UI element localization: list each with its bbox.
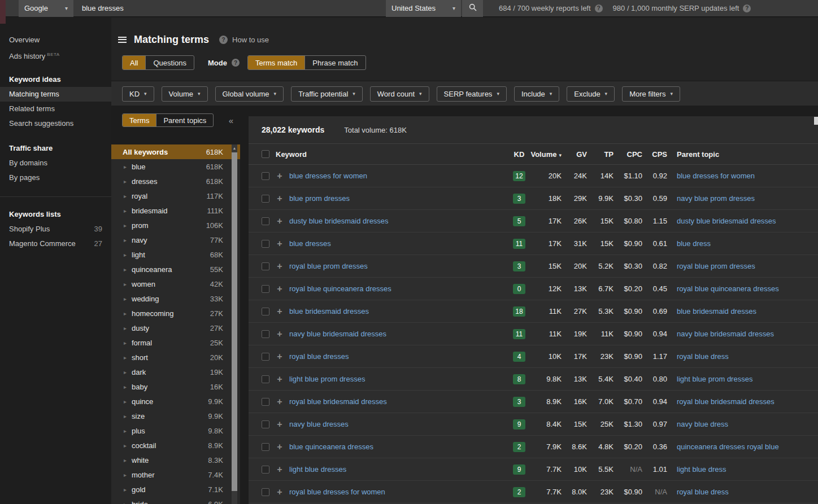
add-to-list-icon[interactable]: + — [276, 398, 284, 406]
tab-phrase-match[interactable]: Phrase match — [304, 56, 365, 69]
facet-term-item[interactable]: ▸ navy 77K — [111, 233, 240, 247]
add-to-list-icon[interactable]: + — [276, 172, 284, 180]
sidebar-item-keyword-list[interactable]: Shopify Plus 39 — [0, 222, 111, 236]
select-all-checkbox[interactable] — [262, 150, 269, 158]
add-to-list-icon[interactable]: + — [276, 375, 284, 383]
expand-caret-icon[interactable]: ▸ — [124, 413, 129, 419]
keyword-search-input[interactable] — [73, 0, 384, 17]
keyword-link[interactable]: royal blue dresses — [289, 352, 509, 361]
sidebar-item-search-suggestions[interactable]: Search suggestions — [0, 116, 111, 131]
parent-topic-link[interactable]: light blue dress — [677, 465, 726, 474]
help-icon[interactable]: ? — [595, 5, 603, 12]
row-checkbox[interactable] — [262, 172, 269, 180]
sidebar-item-by-domains[interactable]: By domains — [0, 156, 111, 170]
tab-terms-match[interactable]: Terms match — [248, 56, 304, 69]
facet-all-keywords[interactable]: All keywords 618K — [111, 144, 240, 159]
expand-caret-icon[interactable]: ▸ — [124, 252, 129, 258]
row-checkbox[interactable] — [262, 330, 269, 338]
scrollbar-thumb[interactable] — [232, 152, 237, 491]
facet-term-item[interactable]: ▸ white 8.3K — [111, 453, 240, 467]
parent-topic-link[interactable]: royal blue dress — [677, 488, 729, 496]
search-engine-select[interactable]: Google ▾ — [19, 0, 73, 17]
add-to-list-icon[interactable]: + — [276, 330, 284, 338]
country-select[interactable]: United States ▾ — [386, 0, 461, 17]
sidebar-item-overview[interactable]: Overview — [0, 33, 111, 47]
keyword-link[interactable]: blue quinceanera dresses — [289, 442, 509, 451]
keyword-link[interactable]: royal blue dresses for women — [289, 488, 509, 496]
collapse-panel-icon[interactable]: « — [229, 116, 233, 125]
facet-term-item[interactable]: ▸ short 20K — [111, 350, 240, 365]
facet-term-item[interactable]: ▸ formal 25K — [111, 335, 240, 350]
keyword-link[interactable]: blue bridesmaid dresses — [289, 307, 509, 315]
filter-button[interactable]: More filters ▾ — [622, 86, 680, 102]
sidebar-item-related-terms[interactable]: Related terms — [0, 102, 111, 116]
tab-parent-topics[interactable]: Parent topics — [156, 114, 213, 126]
facet-term-item[interactable]: ▸ bride 6.9K — [111, 497, 240, 504]
sidebar-item-ads-history[interactable]: Ads historyBETA — [0, 47, 111, 62]
facet-term-item[interactable]: ▸ wedding 33K — [111, 291, 240, 306]
row-checkbox[interactable] — [262, 217, 269, 225]
expand-caret-icon[interactable]: ▸ — [124, 369, 129, 375]
row-checkbox[interactable] — [262, 240, 269, 248]
sidebar-item-matching-terms[interactable]: Matching terms — [0, 87, 111, 102]
keyword-link[interactable]: navy blue bridesmaid dresses — [289, 330, 509, 338]
row-checkbox[interactable] — [262, 420, 269, 428]
expand-caret-icon[interactable]: ▸ — [124, 354, 129, 361]
expand-caret-icon[interactable]: ▸ — [124, 501, 129, 504]
row-checkbox[interactable] — [262, 466, 269, 474]
expand-caret-icon[interactable]: ▸ — [124, 384, 129, 390]
filter-button[interactable]: Traffic potential ▾ — [291, 86, 363, 102]
add-to-list-icon[interactable]: + — [276, 443, 284, 451]
facet-term-item[interactable]: ▸ plus 9.8K — [111, 423, 240, 438]
add-to-list-icon[interactable]: + — [276, 308, 284, 315]
expand-caret-icon[interactable]: ▸ — [124, 266, 129, 273]
facet-term-item[interactable]: ▸ size 9.9K — [111, 409, 240, 423]
add-to-list-icon[interactable]: + — [276, 466, 284, 474]
filter-button[interactable]: Exclude ▾ — [567, 86, 615, 102]
keyword-link[interactable]: royal blue prom dresses — [289, 262, 509, 270]
how-to-use-link[interactable]: ? How to use — [219, 36, 269, 44]
keyword-link[interactable]: navy blue dresses — [289, 420, 509, 428]
col-keyword[interactable]: Keyword — [276, 150, 509, 159]
facet-term-item[interactable]: ▸ homecoming 27K — [111, 306, 240, 321]
facet-term-item[interactable]: ▸ dusty 27K — [111, 321, 240, 335]
help-icon[interactable]: ? — [743, 5, 751, 12]
expand-caret-icon[interactable]: ▸ — [124, 296, 129, 302]
add-to-list-icon[interactable]: + — [276, 195, 284, 203]
row-checkbox[interactable] — [262, 195, 269, 203]
filter-button[interactable]: SERP features ▾ — [437, 86, 507, 102]
filter-button[interactable]: Global volume ▾ — [215, 86, 284, 102]
col-cps[interactable]: CPS — [642, 150, 667, 159]
add-to-list-icon[interactable]: + — [276, 217, 284, 225]
row-checkbox[interactable] — [262, 375, 269, 383]
expand-caret-icon[interactable]: ▸ — [124, 310, 129, 317]
facet-term-item[interactable]: ▸ quince 9.9K — [111, 394, 240, 409]
row-checkbox[interactable] — [262, 398, 269, 406]
expand-caret-icon[interactable]: ▸ — [124, 208, 129, 214]
page-scrollbar-thumb[interactable] — [814, 117, 818, 125]
keyword-link[interactable]: blue prom dresses — [289, 194, 509, 203]
parent-topic-link[interactable]: navy blue dress — [677, 420, 728, 428]
help-icon[interactable]: ? — [232, 59, 240, 67]
col-gv[interactable]: GV — [562, 150, 587, 159]
parent-topic-link[interactable]: navy blue prom dresses — [677, 194, 755, 203]
menu-icon[interactable] — [118, 37, 127, 43]
expand-caret-icon[interactable]: ▸ — [124, 398, 129, 405]
filter-button[interactable]: Word count ▾ — [370, 86, 429, 102]
col-kd[interactable]: KD — [509, 150, 529, 159]
parent-topic-link[interactable]: blue bridesmaid dresses — [677, 307, 756, 315]
facet-term-item[interactable]: ▸ women 42K — [111, 277, 240, 291]
parent-topic-link[interactable]: navy blue bridesmaid dresses — [677, 330, 774, 338]
facet-term-item[interactable]: ▸ light 68K — [111, 247, 240, 262]
expand-caret-icon[interactable]: ▸ — [124, 442, 129, 449]
expand-caret-icon[interactable]: ▸ — [124, 178, 129, 185]
filter-button[interactable]: KD ▾ — [122, 86, 154, 102]
filter-button[interactable]: Volume ▾ — [162, 86, 208, 102]
parent-topic-link[interactable]: royal blue quinceanera dresses — [677, 284, 779, 293]
facet-term-item[interactable]: ▸ baby 16K — [111, 379, 240, 394]
parent-topic-link[interactable]: blue dress — [677, 239, 711, 248]
add-to-list-icon[interactable]: + — [276, 262, 284, 270]
parent-topic-link[interactable]: dusty blue bridesmaid dresses — [677, 217, 776, 225]
tab-all[interactable]: All — [123, 56, 145, 69]
col-parent-topic[interactable]: Parent topic — [677, 150, 812, 159]
